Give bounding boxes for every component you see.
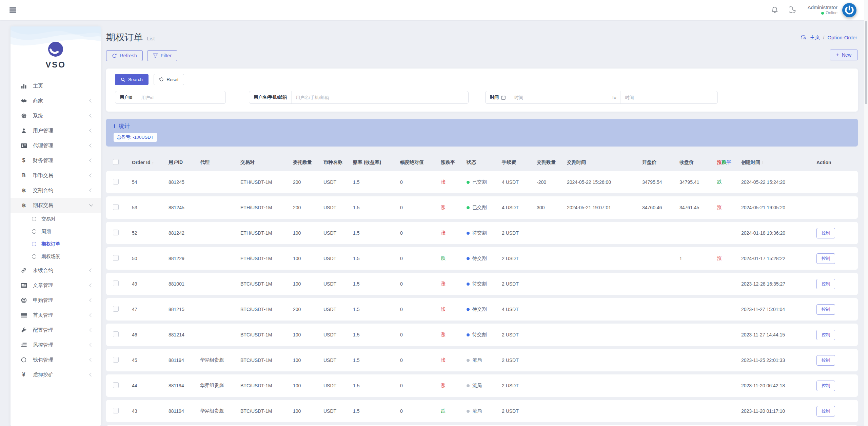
row-checkbox[interactable] bbox=[113, 255, 119, 261]
control-button[interactable]: 控制 bbox=[816, 381, 835, 391]
column-header[interactable]: 创建时间↑ bbox=[741, 159, 816, 166]
cell-fee: 2 USDT bbox=[502, 281, 537, 287]
sidebar-item[interactable]: 永续合约 bbox=[11, 263, 101, 278]
cell-direction: 涨 bbox=[441, 357, 467, 363]
funnel-icon bbox=[153, 53, 158, 58]
filter-button[interactable]: Filter bbox=[147, 50, 177, 61]
sidebar-item[interactable]: 配置管理 bbox=[11, 323, 101, 337]
id-card-icon bbox=[20, 143, 28, 148]
cell-coin: USDT bbox=[323, 256, 353, 261]
page-scrollbar[interactable] bbox=[864, 0, 868, 426]
cell-user-id: 881242 bbox=[169, 230, 200, 236]
breadcrumb-home-link[interactable]: 主页 bbox=[810, 34, 820, 41]
cell-amount: 200 bbox=[293, 205, 323, 210]
sidebar-item[interactable]: 风控管理 bbox=[11, 337, 101, 352]
cell-odds: 1.5 bbox=[353, 332, 400, 337]
avatar[interactable] bbox=[842, 3, 856, 17]
row-checkbox[interactable] bbox=[113, 331, 119, 337]
sidebar-item[interactable]: 首页管理 bbox=[11, 308, 101, 323]
row-checkbox[interactable] bbox=[113, 408, 119, 413]
sidebar-item[interactable]: 主页 bbox=[11, 78, 101, 93]
cell-result: 涨 bbox=[717, 255, 741, 262]
dashboard-gauge-icon bbox=[801, 35, 807, 40]
sidebar-item[interactable]: ¥质押挖矿 bbox=[11, 367, 101, 382]
yen-icon: ¥ bbox=[20, 372, 28, 378]
cell-coin: USDT bbox=[323, 230, 353, 236]
cell-odds: 1.5 bbox=[353, 307, 400, 312]
sidebar-subitem[interactable]: 周期 bbox=[11, 225, 101, 238]
cell-status: 已交割 bbox=[467, 179, 502, 185]
orders-table: Order Id↑用户ID代理交易对委托数量币种名称赔率 (收益率)幅度绝对值涨… bbox=[106, 154, 858, 426]
cell-close-price: 34761.45 bbox=[679, 205, 717, 210]
column-header[interactable]: Order Id↑ bbox=[132, 160, 169, 165]
user-meta: Administrator Online bbox=[808, 4, 837, 16]
row-checkbox[interactable] bbox=[113, 280, 119, 286]
refresh-button[interactable]: Refresh bbox=[106, 50, 143, 61]
sidebar-item-label: 期权交易 bbox=[33, 202, 90, 209]
time-to-input[interactable] bbox=[621, 91, 717, 103]
sidebar-item[interactable]: 代理管理 bbox=[11, 138, 101, 153]
row-checkbox[interactable] bbox=[113, 179, 119, 185]
row-checkbox[interactable] bbox=[113, 357, 119, 363]
control-button[interactable]: 控制 bbox=[816, 304, 835, 315]
chevron-icon bbox=[89, 358, 93, 362]
cell-order-id: 53 bbox=[132, 205, 169, 210]
cell-created: 2024-05-21 19:05:20 bbox=[741, 205, 816, 210]
sidebar-subitem[interactable]: 期权场景 bbox=[11, 250, 101, 263]
bitcoin-icon: ฿ bbox=[20, 202, 28, 209]
cell-amount: 100 bbox=[293, 230, 323, 236]
sort-arrow-icon: ↑ bbox=[762, 160, 764, 165]
cell-status: 已交割 bbox=[467, 205, 502, 211]
column-header: Action bbox=[816, 160, 851, 165]
sidebar-subitem-label: 期权场景 bbox=[41, 254, 60, 260]
dark-mode-moon-icon[interactable] bbox=[789, 6, 797, 14]
sidebar-item[interactable]: 申购管理 bbox=[11, 293, 101, 308]
online-dot bbox=[821, 12, 824, 15]
cell-order-id: 54 bbox=[132, 179, 169, 185]
new-button[interactable]: + New bbox=[830, 50, 858, 60]
select-all-checkbox[interactable] bbox=[113, 159, 119, 165]
row-checkbox[interactable] bbox=[113, 306, 119, 312]
sidebar-item[interactable]: 用户管理 bbox=[11, 123, 101, 138]
user-id-input[interactable] bbox=[137, 91, 225, 103]
sidebar-subitem[interactable]: 期权订单 bbox=[11, 238, 101, 250]
cell-amplitude: 0 bbox=[400, 383, 441, 388]
search-button[interactable]: Search bbox=[115, 74, 149, 85]
sidebar-item[interactable]: ฿期权交易 bbox=[11, 198, 101, 213]
cell-coin: USDT bbox=[323, 332, 353, 337]
row-checkbox[interactable] bbox=[113, 382, 119, 388]
row-checkbox[interactable] bbox=[113, 230, 119, 235]
cell-pair: ETH/USDT-1M bbox=[240, 230, 293, 236]
cell-coin: USDT bbox=[323, 408, 353, 414]
sidebar-item[interactable]: $财务管理 bbox=[11, 153, 101, 168]
cell-fee: 4 USDT bbox=[502, 307, 537, 312]
menu-toggle-icon[interactable] bbox=[9, 6, 16, 14]
control-button[interactable]: 控制 bbox=[816, 279, 835, 289]
logo[interactable]: VSO bbox=[11, 26, 101, 70]
breadcrumb-current: Option-Order bbox=[827, 35, 857, 40]
sidebar-item[interactable]: 系统 bbox=[11, 108, 101, 123]
notifications-bell-icon[interactable] bbox=[771, 6, 779, 14]
control-button[interactable]: 控制 bbox=[816, 253, 835, 264]
sidebar-item[interactable]: ฿交割合约 bbox=[11, 183, 101, 198]
time-from-input[interactable] bbox=[510, 91, 607, 103]
sidebar-item[interactable]: 商家 bbox=[11, 93, 101, 108]
cell-status: 待交割 bbox=[467, 230, 502, 236]
control-button[interactable]: 控制 bbox=[816, 228, 835, 238]
control-button[interactable]: 控制 bbox=[816, 406, 835, 417]
sidebar-subitem-label: 交易对 bbox=[41, 216, 56, 222]
column-header: 收盘价 bbox=[679, 159, 717, 166]
control-button[interactable]: 控制 bbox=[816, 355, 835, 366]
scrollbar-thumb[interactable] bbox=[865, 21, 867, 104]
cell-order-id: 45 bbox=[132, 357, 169, 363]
reset-button[interactable]: Reset bbox=[154, 74, 184, 85]
row-checkbox[interactable] bbox=[113, 204, 119, 210]
sidebar-item[interactable]: B币币交易 bbox=[11, 168, 101, 183]
column-header: 涨跌平 bbox=[441, 159, 467, 166]
control-button[interactable]: 控制 bbox=[816, 330, 835, 340]
sidebar-item[interactable]: 钱包管理 bbox=[11, 352, 101, 367]
sidebar-item[interactable]: 文章管理 bbox=[11, 278, 101, 293]
sidebar-subitem[interactable]: 交易对 bbox=[11, 213, 101, 225]
user-query-input[interactable] bbox=[292, 91, 468, 103]
cell-fee: 2 USDT bbox=[502, 230, 537, 236]
